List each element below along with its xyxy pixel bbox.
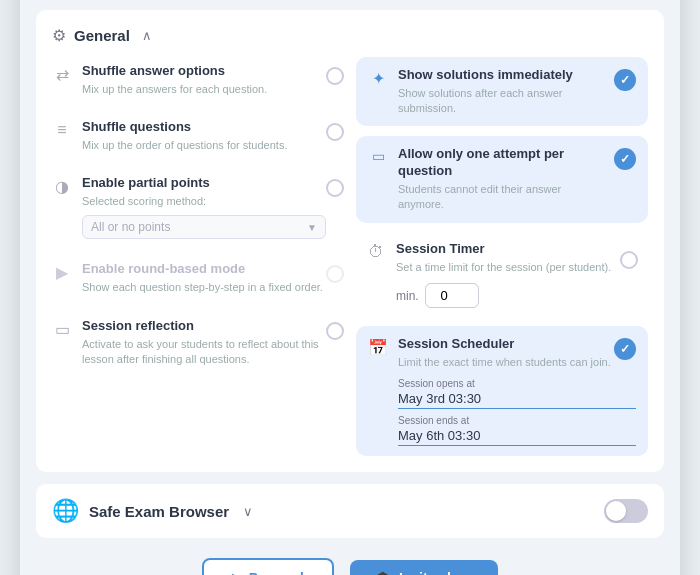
scoring-dropdown[interactable]: All or no points ▼ (82, 215, 326, 239)
solutions-icon: ✦ (368, 69, 388, 88)
seb-section: 🌐 Safe Exam Browser ∨ (36, 484, 664, 538)
gear-icon: ⚙ (52, 26, 66, 45)
shuffle-questions-label: Shuffle questions (82, 119, 326, 136)
timer-desc: Set a time limit for the session (per st… (396, 260, 620, 275)
one-attempt-desc: Students cannot edit their answer anymor… (398, 182, 606, 213)
timer-icon: ⏱ (366, 243, 386, 261)
proceed-label: Proceed (249, 570, 304, 575)
reflection-icon: ▭ (52, 320, 72, 339)
right-column: ✦ Show solutions immediately Show soluti… (356, 57, 648, 457)
scheduler-check[interactable] (614, 338, 636, 360)
timer-input-row: min. (366, 283, 638, 308)
shuffle-answers-icon: ⇄ (52, 65, 72, 84)
round-based-desc: Show each question step-by-step in a fix… (82, 280, 326, 295)
round-based-label: Enable round-based mode (82, 261, 326, 278)
general-title: General (74, 27, 130, 44)
scheduler-fields: Session opens at May 3rd 03:30 Session e… (368, 378, 636, 446)
partial-points-desc: Selected scoring method: (82, 194, 326, 209)
scoring-dropdown-value: All or no points (91, 220, 301, 234)
solutions-label: Show solutions immediately (398, 67, 606, 84)
footer: ▶ Proceed 🎓 Invite class (20, 550, 680, 575)
setting-shuffle-questions: ≡ Shuffle questions Mix up the order of … (52, 113, 344, 159)
setting-round-based: ▶ Enable round-based mode Show each ques… (52, 255, 344, 301)
shuffle-questions-desc: Mix up the order of questions for studen… (82, 138, 326, 153)
ends-value[interactable]: May 6th 03:30 (398, 428, 636, 446)
one-attempt-icon: ▭ (368, 148, 388, 164)
general-section: ⚙ General ∧ ⇄ Shuffle answer options Mix… (36, 10, 664, 473)
chevron-up-icon[interactable]: ∧ (142, 28, 152, 43)
one-attempt-check[interactable] (614, 148, 636, 170)
left-column: ⇄ Shuffle answer options Mix up the answ… (52, 57, 344, 457)
session-timer-container: ⏱ Session Timer Set a time limit for the… (356, 233, 648, 316)
session-scheduler-card: 📅 Session Scheduler Limit the exact time… (356, 326, 648, 456)
scheduler-icon: 📅 (368, 338, 388, 357)
partial-points-icon: ◑ (52, 177, 72, 196)
reflection-label: Session reflection (82, 318, 326, 335)
session-settings-modal: SESSION SETTINGS ? × ⚙ General ∧ ⇄ Shuff… (20, 0, 680, 575)
round-based-radio[interactable] (326, 265, 344, 283)
invite-class-button[interactable]: 🎓 Invite class (350, 560, 499, 575)
shuffle-answers-label: Shuffle answer options (82, 63, 326, 80)
seb-chevron-icon[interactable]: ∨ (243, 504, 253, 519)
dropdown-arrow-icon: ▼ (307, 222, 317, 233)
shuffle-questions-icon: ≡ (52, 121, 72, 139)
modal-header: SESSION SETTINGS ? × (20, 0, 680, 10)
shuffle-questions-radio[interactable] (326, 123, 344, 141)
seb-title: Safe Exam Browser (89, 503, 229, 520)
timer-label: Session Timer (396, 241, 620, 258)
ends-field: Session ends at May 6th 03:30 (398, 415, 636, 446)
general-section-header: ⚙ General ∧ (52, 26, 648, 45)
shuffle-answers-radio[interactable] (326, 67, 344, 85)
partial-points-radio[interactable] (326, 179, 344, 197)
seb-icon: 🌐 (52, 498, 79, 524)
scheduler-label: Session Scheduler (398, 336, 614, 353)
opens-field: Session opens at May 3rd 03:30 (398, 378, 636, 409)
shuffle-answers-desc: Mix up the answers for each question. (82, 82, 326, 97)
ends-label: Session ends at (398, 415, 636, 426)
timer-input[interactable] (425, 283, 479, 308)
reflection-desc: Activate to ask your students to reflect… (82, 337, 326, 368)
invite-label: Invite class (399, 570, 475, 575)
play-icon: ▶ (232, 571, 241, 575)
timer-radio[interactable] (620, 251, 638, 269)
round-based-icon: ▶ (52, 263, 72, 282)
scheduler-desc: Limit the exact time when students can j… (398, 355, 614, 370)
one-attempt-label: Allow only one attempt per question (398, 146, 606, 180)
toggle-thumb (606, 501, 626, 521)
setting-one-attempt: ▭ Allow only one attempt per question St… (356, 136, 648, 223)
setting-show-solutions: ✦ Show solutions immediately Show soluti… (356, 57, 648, 127)
graduation-icon: 🎓 (374, 570, 391, 575)
setting-shuffle-answers: ⇄ Shuffle answer options Mix up the answ… (52, 57, 344, 103)
opens-value[interactable]: May 3rd 03:30 (398, 391, 636, 409)
setting-partial-points: ◑ Enable partial points Selected scoring… (52, 169, 344, 245)
min-label: min. (396, 289, 419, 303)
seb-toggle[interactable] (604, 499, 648, 523)
opens-label: Session opens at (398, 378, 636, 389)
partial-points-label: Enable partial points (82, 175, 326, 192)
settings-grid: ⇄ Shuffle answer options Mix up the answ… (52, 57, 648, 457)
solutions-desc: Show solutions after each answer submiss… (398, 86, 606, 117)
reflection-radio[interactable] (326, 322, 344, 340)
setting-reflection: ▭ Session reflection Activate to ask you… (52, 312, 344, 374)
proceed-button[interactable]: ▶ Proceed (202, 558, 334, 575)
solutions-check[interactable] (614, 69, 636, 91)
